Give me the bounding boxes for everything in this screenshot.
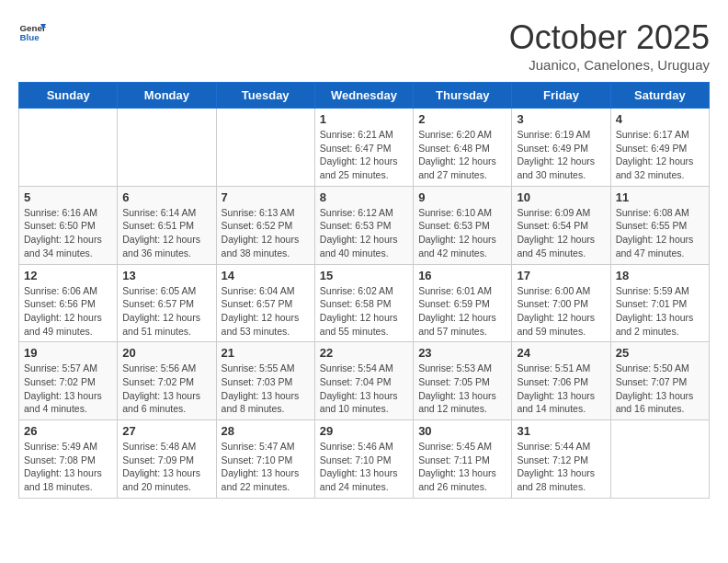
day-number: 10 xyxy=(517,190,605,204)
day-number: 4 xyxy=(616,112,704,126)
day-info: Sunrise: 6:20 AM Sunset: 6:48 PM Dayligh… xyxy=(418,128,506,182)
day-number: 7 xyxy=(222,190,310,204)
calendar-cell: 13Sunrise: 6:05 AM Sunset: 6:57 PM Dayli… xyxy=(118,264,216,342)
day-info: Sunrise: 6:09 AM Sunset: 6:54 PM Dayligh… xyxy=(517,206,605,260)
day-header-tuesday: Tuesday xyxy=(216,83,314,109)
calendar-cell: 28Sunrise: 5:47 AM Sunset: 7:10 PM Dayli… xyxy=(216,420,314,499)
calendar-cell: 19Sunrise: 5:57 AM Sunset: 7:02 PM Dayli… xyxy=(19,342,118,420)
day-number: 26 xyxy=(24,424,112,438)
day-info: Sunrise: 6:12 AM Sunset: 6:53 PM Dayligh… xyxy=(320,206,408,260)
day-info: Sunrise: 5:53 AM Sunset: 7:05 PM Dayligh… xyxy=(418,362,506,416)
day-info: Sunrise: 6:06 AM Sunset: 6:56 PM Dayligh… xyxy=(24,284,112,339)
day-number: 27 xyxy=(122,424,210,438)
day-number: 25 xyxy=(616,346,704,360)
day-info: Sunrise: 5:49 AM Sunset: 7:08 PM Dayligh… xyxy=(24,440,112,494)
day-info: Sunrise: 5:47 AM Sunset: 7:10 PM Dayligh… xyxy=(222,440,310,494)
day-number: 23 xyxy=(418,346,506,360)
calendar-cell: 21Sunrise: 5:55 AM Sunset: 7:03 PM Dayli… xyxy=(216,342,314,420)
day-info: Sunrise: 6:16 AM Sunset: 6:50 PM Dayligh… xyxy=(24,206,112,260)
calendar-cell: 5Sunrise: 6:16 AM Sunset: 6:50 PM Daylig… xyxy=(19,186,118,264)
calendar-cell: 24Sunrise: 5:51 AM Sunset: 7:06 PM Dayli… xyxy=(512,342,610,420)
calendar-week-5: 26Sunrise: 5:49 AM Sunset: 7:08 PM Dayli… xyxy=(19,420,710,499)
day-info: Sunrise: 5:59 AM Sunset: 7:01 PM Dayligh… xyxy=(616,284,704,339)
day-info: Sunrise: 6:01 AM Sunset: 6:59 PM Dayligh… xyxy=(418,284,506,339)
day-info: Sunrise: 6:19 AM Sunset: 6:49 PM Dayligh… xyxy=(517,128,605,182)
calendar-cell: 16Sunrise: 6:01 AM Sunset: 6:59 PM Dayli… xyxy=(414,264,512,342)
calendar-cell: 15Sunrise: 6:02 AM Sunset: 6:58 PM Dayli… xyxy=(314,264,413,342)
calendar-cell: 8Sunrise: 6:12 AM Sunset: 6:53 PM Daylig… xyxy=(314,186,413,264)
logo-icon: General Blue xyxy=(18,18,46,46)
calendar-cell: 4Sunrise: 6:17 AM Sunset: 6:49 PM Daylig… xyxy=(610,109,709,187)
location-subtitle: Juanico, Canelones, Uruguay xyxy=(509,57,710,73)
day-number: 21 xyxy=(222,346,310,360)
day-info: Sunrise: 6:00 AM Sunset: 7:00 PM Dayligh… xyxy=(517,284,605,339)
calendar-cell: 6Sunrise: 6:14 AM Sunset: 6:51 PM Daylig… xyxy=(118,186,216,264)
day-info: Sunrise: 5:54 AM Sunset: 7:04 PM Dayligh… xyxy=(320,362,408,416)
calendar-cell: 27Sunrise: 5:48 AM Sunset: 7:09 PM Dayli… xyxy=(118,420,216,499)
day-info: Sunrise: 6:14 AM Sunset: 6:51 PM Dayligh… xyxy=(122,206,210,260)
day-number: 6 xyxy=(122,190,210,204)
day-info: Sunrise: 6:21 AM Sunset: 6:47 PM Dayligh… xyxy=(320,128,408,182)
calendar-table: SundayMondayTuesdayWednesdayThursdayFrid… xyxy=(18,82,710,499)
title-block: October 2025 Juanico, Canelones, Uruguay xyxy=(509,18,710,73)
day-info: Sunrise: 5:48 AM Sunset: 7:09 PM Dayligh… xyxy=(122,440,210,494)
calendar-cell: 25Sunrise: 5:50 AM Sunset: 7:07 PM Dayli… xyxy=(610,342,709,420)
day-info: Sunrise: 6:17 AM Sunset: 6:49 PM Dayligh… xyxy=(616,128,704,182)
day-number: 12 xyxy=(24,269,112,282)
day-number: 24 xyxy=(517,346,605,360)
day-number: 14 xyxy=(222,269,310,282)
day-number: 3 xyxy=(517,112,605,126)
day-number: 29 xyxy=(320,424,408,438)
day-info: Sunrise: 6:08 AM Sunset: 6:55 PM Dayligh… xyxy=(616,206,704,260)
day-number: 19 xyxy=(24,346,112,360)
day-number: 16 xyxy=(418,269,506,282)
day-info: Sunrise: 5:45 AM Sunset: 7:11 PM Dayligh… xyxy=(418,440,506,494)
day-number: 31 xyxy=(517,424,605,438)
calendar-cell: 30Sunrise: 5:45 AM Sunset: 7:11 PM Dayli… xyxy=(414,420,512,499)
day-info: Sunrise: 5:44 AM Sunset: 7:12 PM Dayligh… xyxy=(517,440,605,494)
calendar-cell: 9Sunrise: 6:10 AM Sunset: 6:53 PM Daylig… xyxy=(414,186,512,264)
calendar-cell: 23Sunrise: 5:53 AM Sunset: 7:05 PM Dayli… xyxy=(414,342,512,420)
day-info: Sunrise: 6:02 AM Sunset: 6:58 PM Dayligh… xyxy=(320,284,408,339)
calendar-week-1: 1Sunrise: 6:21 AM Sunset: 6:47 PM Daylig… xyxy=(19,109,710,187)
calendar-cell: 17Sunrise: 6:00 AM Sunset: 7:00 PM Dayli… xyxy=(512,264,610,342)
day-header-saturday: Saturday xyxy=(610,83,709,109)
calendar-week-3: 12Sunrise: 6:06 AM Sunset: 6:56 PM Dayli… xyxy=(19,264,710,342)
calendar-cell: 7Sunrise: 6:13 AM Sunset: 6:52 PM Daylig… xyxy=(216,186,314,264)
day-header-monday: Monday xyxy=(118,83,216,109)
day-info: Sunrise: 5:51 AM Sunset: 7:06 PM Dayligh… xyxy=(517,362,605,416)
calendar-cell xyxy=(216,109,314,187)
calendar-cell: 18Sunrise: 5:59 AM Sunset: 7:01 PM Dayli… xyxy=(610,264,709,342)
day-header-thursday: Thursday xyxy=(414,83,512,109)
calendar-cell: 29Sunrise: 5:46 AM Sunset: 7:10 PM Dayli… xyxy=(314,420,413,499)
day-info: Sunrise: 6:13 AM Sunset: 6:52 PM Dayligh… xyxy=(222,206,310,260)
month-title: October 2025 xyxy=(509,18,710,57)
svg-text:Blue: Blue xyxy=(20,32,40,42)
calendar-cell: 22Sunrise: 5:54 AM Sunset: 7:04 PM Dayli… xyxy=(314,342,413,420)
day-number: 5 xyxy=(24,190,112,204)
calendar-cell: 26Sunrise: 5:49 AM Sunset: 7:08 PM Dayli… xyxy=(19,420,118,499)
day-number: 18 xyxy=(616,269,704,282)
day-number: 20 xyxy=(122,346,210,360)
day-header-wednesday: Wednesday xyxy=(314,83,413,109)
day-header-sunday: Sunday xyxy=(19,83,118,109)
calendar-cell: 3Sunrise: 6:19 AM Sunset: 6:49 PM Daylig… xyxy=(512,109,610,187)
calendar-cell: 12Sunrise: 6:06 AM Sunset: 6:56 PM Dayli… xyxy=(19,264,118,342)
calendar-cell: 20Sunrise: 5:56 AM Sunset: 7:02 PM Dayli… xyxy=(118,342,216,420)
day-info: Sunrise: 5:50 AM Sunset: 7:07 PM Dayligh… xyxy=(616,362,704,416)
calendar-cell: 14Sunrise: 6:04 AM Sunset: 6:57 PM Dayli… xyxy=(216,264,314,342)
day-number: 1 xyxy=(320,112,408,126)
day-number: 9 xyxy=(418,190,506,204)
calendar-week-4: 19Sunrise: 5:57 AM Sunset: 7:02 PM Dayli… xyxy=(19,342,710,420)
day-number: 22 xyxy=(320,346,408,360)
calendar-cell: 11Sunrise: 6:08 AM Sunset: 6:55 PM Dayli… xyxy=(610,186,709,264)
calendar-cell xyxy=(610,420,709,499)
calendar-cell: 2Sunrise: 6:20 AM Sunset: 6:48 PM Daylig… xyxy=(414,109,512,187)
day-info: Sunrise: 5:56 AM Sunset: 7:02 PM Dayligh… xyxy=(122,362,210,416)
day-number: 2 xyxy=(418,112,506,126)
day-header-friday: Friday xyxy=(512,83,610,109)
day-info: Sunrise: 5:46 AM Sunset: 7:10 PM Dayligh… xyxy=(320,440,408,494)
day-number: 28 xyxy=(222,424,310,438)
day-header-row: SundayMondayTuesdayWednesdayThursdayFrid… xyxy=(19,83,710,109)
day-info: Sunrise: 6:05 AM Sunset: 6:57 PM Dayligh… xyxy=(122,284,210,339)
